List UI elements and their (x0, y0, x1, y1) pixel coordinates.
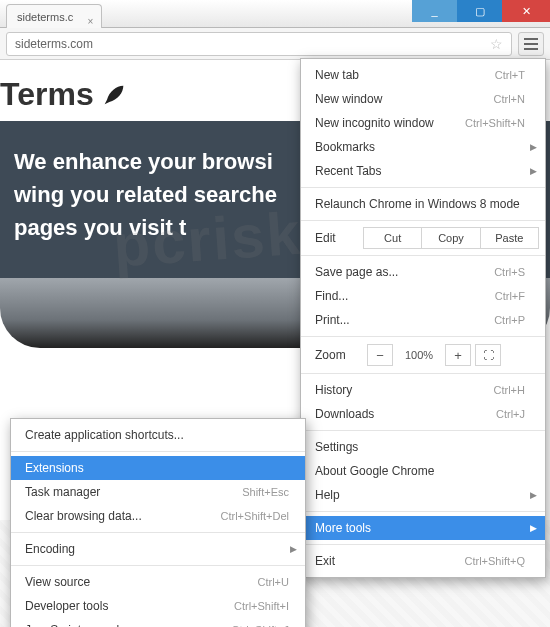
menu-settings[interactable]: Settings (301, 435, 545, 459)
menu-save-page[interactable]: Save page as...Ctrl+S (301, 260, 545, 284)
menu-find[interactable]: Find...Ctrl+F (301, 284, 545, 308)
submenu-arrow-icon: ▶ (530, 142, 537, 152)
hamburger-bar-icon (524, 38, 538, 40)
submenu-arrow-icon: ▶ (530, 523, 537, 533)
address-bar[interactable]: sideterms.com ☆ (6, 32, 512, 56)
menu-downloads[interactable]: DownloadsCtrl+J (301, 402, 545, 426)
menu-zoom-row: Zoom − 100% + ⛶ (301, 341, 545, 369)
menu-separator (301, 187, 545, 188)
window-minimize-button[interactable]: _ (412, 0, 457, 22)
chrome-main-menu: New tabCtrl+T New windowCtrl+N New incog… (300, 58, 546, 578)
menu-separator (11, 532, 305, 533)
hamburger-bar-icon (524, 43, 538, 45)
menu-separator (301, 373, 545, 374)
zoom-label: Zoom (315, 348, 363, 362)
menu-about[interactable]: About Google Chrome (301, 459, 545, 483)
hamburger-menu-button[interactable] (518, 32, 544, 56)
menu-print[interactable]: Print...Ctrl+P (301, 308, 545, 332)
menu-separator (301, 255, 545, 256)
submenu-task-manager[interactable]: Task managerShift+Esc (11, 480, 305, 504)
menu-new-tab[interactable]: New tabCtrl+T (301, 63, 545, 87)
url-text: sideterms.com (15, 37, 93, 51)
menu-separator (301, 544, 545, 545)
edit-label: Edit (315, 231, 363, 245)
window-titlebar: sideterms.c × _ ▢ ✕ (0, 0, 550, 28)
menu-history[interactable]: HistoryCtrl+H (301, 378, 545, 402)
menu-bookmarks[interactable]: Bookmarks▶ (301, 135, 545, 159)
zoom-in-button[interactable]: + (445, 344, 471, 366)
browser-tab[interactable]: sideterms.c × (6, 4, 102, 28)
window-maximize-button[interactable]: ▢ (457, 0, 502, 22)
submenu-developer-tools[interactable]: Developer toolsCtrl+Shift+I (11, 594, 305, 618)
menu-new-window[interactable]: New windowCtrl+N (301, 87, 545, 111)
submenu-arrow-icon: ▶ (290, 544, 297, 554)
menu-separator (11, 565, 305, 566)
menu-separator (301, 511, 545, 512)
menu-new-incognito[interactable]: New incognito windowCtrl+Shift+N (301, 111, 545, 135)
menu-separator (11, 451, 305, 452)
site-logo-text: Terms (0, 76, 94, 113)
submenu-extensions[interactable]: Extensions (11, 456, 305, 480)
zoom-value: 100% (397, 349, 441, 361)
menu-recent-tabs[interactable]: Recent Tabs▶ (301, 159, 545, 183)
window-close-button[interactable]: ✕ (502, 0, 550, 22)
zoom-out-button[interactable]: − (367, 344, 393, 366)
submenu-arrow-icon: ▶ (530, 166, 537, 176)
menu-help[interactable]: Help▶ (301, 483, 545, 507)
submenu-arrow-icon: ▶ (530, 490, 537, 500)
menu-separator (301, 430, 545, 431)
submenu-js-console[interactable]: JavaScript consoleCtrl+Shift+J (11, 618, 305, 627)
bookmark-star-icon[interactable]: ☆ (490, 36, 503, 52)
submenu-create-shortcuts[interactable]: Create application shortcuts... (11, 423, 305, 447)
copy-button[interactable]: Copy (422, 227, 480, 249)
close-tab-icon[interactable]: × (87, 10, 93, 34)
fullscreen-button[interactable]: ⛶ (475, 344, 501, 366)
more-tools-submenu: Create application shortcuts... Extensio… (10, 418, 306, 627)
menu-relaunch-win8[interactable]: Relaunch Chrome in Windows 8 mode (301, 192, 545, 216)
menu-edit-row: Edit Cut Copy Paste (301, 225, 545, 251)
tab-title: sideterms.c (17, 11, 73, 23)
browser-toolbar: sideterms.com ☆ (0, 28, 550, 60)
menu-more-tools[interactable]: More tools▶ (301, 516, 545, 540)
paste-button[interactable]: Paste (481, 227, 539, 249)
hamburger-bar-icon (524, 48, 538, 50)
submenu-view-source[interactable]: View sourceCtrl+U (11, 570, 305, 594)
submenu-encoding[interactable]: Encoding▶ (11, 537, 305, 561)
cut-button[interactable]: Cut (363, 227, 422, 249)
feather-icon (100, 81, 128, 109)
menu-exit[interactable]: ExitCtrl+Shift+Q (301, 549, 545, 573)
menu-separator (301, 220, 545, 221)
submenu-clear-data[interactable]: Clear browsing data...Ctrl+Shift+Del (11, 504, 305, 528)
menu-separator (301, 336, 545, 337)
